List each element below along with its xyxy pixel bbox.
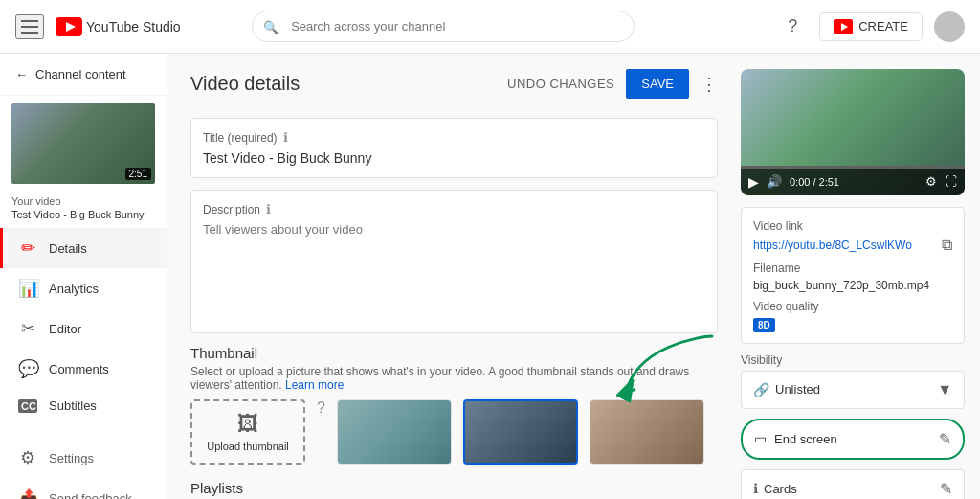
thumbnail-option-2[interactable] [463,399,578,465]
video-time: 0:00 / 2:51 [790,176,918,188]
thumbnail-learn-more-link[interactable]: Learn more [285,378,344,392]
description-label: Description ℹ [203,202,705,216]
visibility-left: 🔗 Unlisted [753,382,820,397]
sidebar-item-analytics[interactable]: 📊 Analytics [0,268,167,308]
quality-badge: 8D [753,318,775,332]
sidebar-item-subtitles[interactable]: CC Subtitles [0,389,167,422]
youtube-icon [56,17,82,36]
thumbnail-section: Thumbnail Select or upload a picture tha… [190,345,718,465]
search-bar: 🔍 [252,11,635,42]
title-input[interactable] [203,150,705,166]
cards-edit-icon[interactable]: ✎ [940,480,952,498]
sidebar-item-settings[interactable]: ⚙ Settings [0,438,167,478]
top-nav: YouTube Studio 🔍 ? CREATE [0,0,980,54]
video-duration: 2:51 [125,168,151,180]
visibility-container: Visibility 🔗 Unlisted ▼ [741,353,965,409]
end-screen-icon: ▭ [754,431,767,446]
video-thumbnail-wrap: 2:51 [0,96,167,192]
thumbnail-option-3[interactable] [590,399,704,465]
title-label: Title (required) ℹ [203,130,705,145]
thumbnail-row: 🖼 Upload thumbnail ? [190,399,718,465]
video-thumbnail: 2:51 [11,103,155,184]
thumbnail-help-icon[interactable]: ? [317,399,325,417]
search-icon: 🔍 [263,19,278,34]
cards-text: Cards [764,482,797,496]
undo-button[interactable]: UNDO CHANGES [507,77,614,91]
description-help-icon[interactable]: ℹ [266,202,271,216]
cards-icon: ℹ [753,481,758,496]
subtitles-icon: CC [18,399,37,413]
fullscreen-button[interactable]: ⛶ [945,174,957,189]
avatar[interactable] [934,11,965,42]
quality-label: Video quality [753,300,952,313]
video-controls: ▶ 🔊 0:00 / 2:51 ⚙ ⛶ [741,169,965,195]
sidebar-item-feedback[interactable]: 📤 Send feedback [0,478,167,499]
comments-icon: 💬 [18,358,37,379]
upload-icon: 🖼 [237,412,258,437]
video-settings-button[interactable]: ⚙ [925,174,937,189]
sidebar-item-editor[interactable]: ✂ Editor [0,308,167,349]
playlists-title: Playlists [190,480,718,496]
visibility-chevron-icon: ▼ [937,381,952,398]
studio-label: YouTube Studio [86,19,181,34]
sidebar-item-label-feedback: Send feedback [49,491,132,499]
filename-label: Filename [753,261,952,275]
end-screen-edit-icon[interactable]: ✎ [939,430,951,448]
visibility-value: Unlisted [775,382,820,397]
page-title: Video details [190,73,300,95]
sidebar-item-details[interactable]: ✏ Details [0,228,167,268]
upload-label: Upload thumbnail [207,441,289,452]
create-button[interactable]: CREATE [819,12,923,41]
sidebar-item-comments[interactable]: 💬 Comments [0,349,167,389]
nav-left: YouTube Studio [15,14,181,39]
visibility-select[interactable]: 🔗 Unlisted ▼ [741,371,965,409]
settings-icon: ⚙ [18,447,37,468]
thumbnail-desc: Select or upload a picture that shows wh… [190,365,718,392]
playlists-section: Playlists Add your video to one or more … [190,480,718,499]
sidebar-item-label-comments: Comments [49,362,109,376]
visibility-label: Visibility [741,353,965,367]
main-content: Video details UNDO CHANGES SAVE ⋮ Title … [167,54,741,499]
main-layout: ← Channel content 2:51 Your video Test V… [0,54,980,499]
thumbnail-option-1[interactable] [337,399,452,465]
hamburger-menu[interactable] [15,14,44,39]
analytics-icon: 📊 [18,278,37,299]
video-link-label: Video link [753,219,952,233]
video-preview: ▶ 🔊 0:00 / 2:51 ⚙ ⛶ [741,69,965,195]
end-screen-box: ▭ End screen ✎ [741,419,965,460]
more-options-button[interactable]: ⋮ [701,74,718,95]
end-screen-text: End screen [774,432,837,446]
filename: big_buck_bunny_720p_30mb.mp4 [753,279,952,292]
upload-thumbnail-button[interactable]: 🖼 Upload thumbnail [190,399,305,465]
channel-content-label: Channel content [35,67,126,81]
description-input[interactable] [203,222,705,318]
title-field-group: Title (required) ℹ [190,118,718,178]
description-field-group: Description ℹ [190,190,718,333]
cards-box: ℹ Cards ✎ [741,469,965,499]
editor-icon: ✂ [18,318,37,339]
sidebar-video-title: Test Video - Big Buck Bunny [0,209,167,228]
thumbnail-title: Thumbnail [190,345,718,361]
volume-button[interactable]: 🔊 [767,174,782,189]
sidebar-item-label-editor: Editor [49,322,81,336]
video-link-box: Video link https://youtu.be/8C_LCswlKWo … [741,207,965,344]
cards-left: ℹ Cards [753,481,797,496]
end-screen-left: ▭ End screen [754,431,837,446]
details-icon: ✏ [18,238,37,259]
search-input[interactable] [252,11,635,42]
video-link[interactable]: https://youtu.be/8C_LCswlKWo [753,238,912,252]
sidebar: ← Channel content 2:51 Your video Test V… [0,54,167,499]
title-help-icon[interactable]: ℹ [283,130,288,145]
youtube-logo: YouTube Studio [56,17,181,36]
copy-icon[interactable]: ⧉ [942,237,952,254]
sidebar-item-label-settings: Settings [49,451,94,465]
sidebar-back-button[interactable]: ← Channel content [0,54,167,96]
sidebar-item-label-details: Details [49,241,87,256]
save-button[interactable]: SAVE [626,69,689,99]
header-actions: UNDO CHANGES SAVE ⋮ [507,69,718,99]
back-arrow-icon: ← [15,67,28,81]
play-button[interactable]: ▶ [748,174,759,190]
nav-right: ? CREATE [777,11,965,42]
help-button[interactable]: ? [777,11,808,42]
right-panel: ▶ 🔊 0:00 / 2:51 ⚙ ⛶ Video link https://y… [741,54,980,499]
